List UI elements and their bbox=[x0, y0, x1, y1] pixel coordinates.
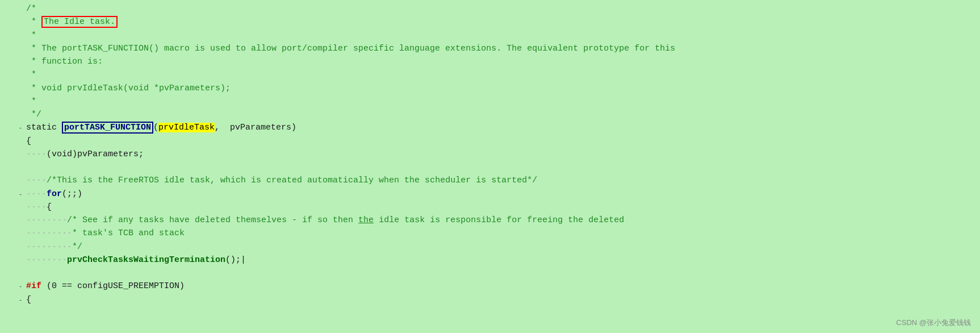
line-content-17: ········/* See if any tasks have deleted… bbox=[25, 214, 980, 227]
line-content-13 bbox=[25, 161, 980, 174]
line-content-1: /* bbox=[25, 2, 980, 15]
line-content-8: * bbox=[25, 95, 980, 108]
line-content-10: static portTASK_FUNCTION(prvIdleTask, pv… bbox=[25, 121, 980, 134]
code-line-8: * bbox=[0, 95, 980, 108]
line-content-6: * bbox=[25, 68, 980, 81]
code-line-7: * void prvIdleTask(void *pvParameters); bbox=[0, 82, 980, 95]
fold-10[interactable]: - bbox=[16, 124, 25, 133]
code-line-4: * The portTASK_FUNCTION() macro is used … bbox=[0, 42, 980, 55]
idle-task-highlight: The Idle task. bbox=[41, 16, 118, 28]
fold-22[interactable]: - bbox=[16, 282, 25, 292]
line-content-9: */ bbox=[25, 108, 980, 121]
code-line-3: * bbox=[0, 29, 980, 42]
code-line-11: { bbox=[0, 135, 980, 148]
porttask-function-highlight: portTASK_FUNCTION bbox=[62, 122, 153, 134]
code-line-1: /* bbox=[0, 2, 980, 15]
code-line-23: - { bbox=[0, 293, 980, 306]
code-line-18: ·········* task's TCB and stack bbox=[0, 227, 980, 240]
code-line-20: ········prvCheckTasksWaitingTermination(… bbox=[0, 253, 980, 267]
line-content-12: ····(void)pvParameters; bbox=[25, 148, 980, 161]
code-line-19: ·········*/ bbox=[0, 240, 980, 253]
line-content-18: ·········* task's TCB and stack bbox=[25, 227, 980, 240]
line-content-4: * The portTASK_FUNCTION() macro is used … bbox=[25, 42, 980, 55]
code-line-17: ········/* See if any tasks have deleted… bbox=[0, 214, 980, 227]
code-line-14: ····/*This is the FreeRTOS idle task, wh… bbox=[0, 174, 980, 187]
code-line-12: ····(void)pvParameters; bbox=[0, 148, 980, 161]
line-content-19: ·········*/ bbox=[25, 240, 980, 253]
code-editor: /* * The Idle task. * * The portTASK_FUN… bbox=[0, 0, 980, 333]
line-content-2: * The Idle task. bbox=[25, 15, 980, 28]
code-line-22: - #if (0 == configUSE_PREEMPTION) bbox=[0, 280, 980, 293]
code-line-15: - ····for(;;) bbox=[0, 188, 980, 201]
line-content-15: ····for(;;) bbox=[25, 188, 980, 201]
line-content-20: ········prvCheckTasksWaitingTermination(… bbox=[25, 253, 980, 267]
watermark: CSDN @张小兔爱钱钱 bbox=[896, 317, 971, 328]
code-line-6: * bbox=[0, 68, 980, 81]
code-line-13 bbox=[0, 161, 980, 174]
line-content-22: #if (0 == configUSE_PREEMPTION) bbox=[25, 280, 980, 293]
code-line-16: ····{ bbox=[0, 201, 980, 214]
code-line-10: - static portTASK_FUNCTION(prvIdleTask, … bbox=[0, 121, 980, 134]
line-content-11: { bbox=[25, 135, 980, 148]
line-content-23: { bbox=[25, 293, 980, 306]
code-line-5: * function is: bbox=[0, 55, 980, 68]
code-line-9: */ bbox=[0, 108, 980, 121]
fold-15[interactable]: - bbox=[16, 190, 25, 199]
prvidletask-highlight: prvIdleTask bbox=[158, 123, 215, 132]
line-content-14: ····/*This is the FreeRTOS idle task, wh… bbox=[25, 174, 980, 187]
code-line-21 bbox=[0, 267, 980, 280]
line-content-16: ····{ bbox=[25, 201, 980, 214]
line-content-5: * function is: bbox=[25, 55, 980, 68]
fold-23[interactable]: - bbox=[16, 296, 25, 305]
line-content-21 bbox=[25, 267, 980, 280]
line-content-3: * bbox=[25, 29, 980, 42]
line-content-7: * void prvIdleTask(void *pvParameters); bbox=[25, 82, 980, 95]
code-line-2: * The Idle task. bbox=[0, 15, 980, 28]
